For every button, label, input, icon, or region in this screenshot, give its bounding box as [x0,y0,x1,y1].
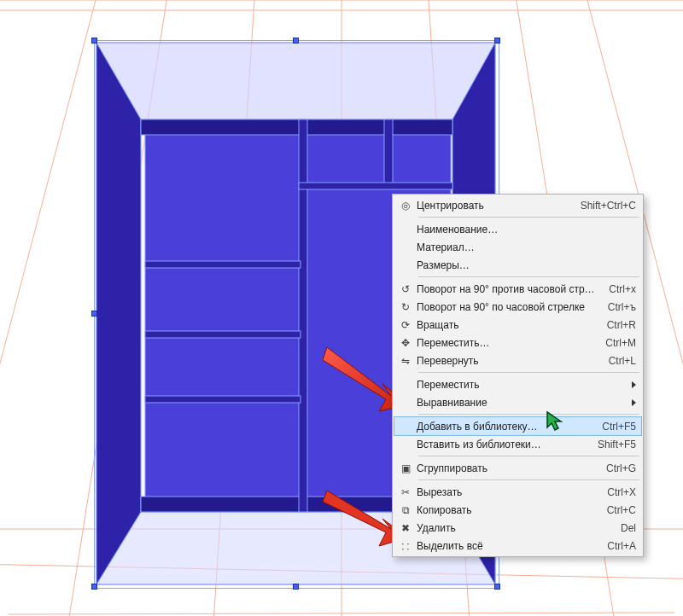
svg-rect-21 [384,119,393,188]
menu-item[interactable]: ⧉КопироватьCtrl+C [394,501,641,519]
rotate-icon: ⟳ [394,319,417,331]
menu-item-label: Удалить [417,522,610,534]
menu-item-shortcut: Ctrl+x [609,283,636,295]
menu-item-label: Вставить из библиотеки… [417,439,587,450]
copy-icon: ⧉ [394,504,417,516]
menu-item-shortcut: Shift+F5 [598,439,636,450]
menu-item-label: Выравнивание [417,397,625,409]
menu-item-shortcut: Ctrl+ъ [608,301,636,313]
selection-handle[interactable] [494,38,500,44]
select-all-icon: ⸬ [394,540,417,552]
context-menu[interactable]: ◎ЦентрироватьShift+Ctrl+CНаименование…Ма… [392,194,644,557]
menu-separator [418,456,639,456]
menu-separator [418,414,639,415]
menu-item-shortcut: Ctrl+F5 [602,421,636,433]
menu-item-shortcut: Ctrl+L [609,355,636,367]
menu-separator [418,479,639,480]
svg-rect-22 [299,183,452,189]
menu-item[interactable]: ▣СгруппироватьCtrl+G [394,459,641,477]
rotate-cw-icon: ↻ [394,301,417,313]
group-icon: ▣ [394,462,417,474]
svg-marker-18 [141,119,452,135]
menu-item[interactable]: Размеры… [394,256,641,274]
svg-rect-24 [145,331,301,338]
menu-item-shortcut: Ctrl+M [605,337,636,349]
svg-rect-25 [145,396,301,403]
menu-item-label: Перевернуть [417,355,598,367]
svg-marker-13 [96,43,495,119]
menu-item[interactable]: Материал… [394,238,641,256]
flip-icon: ⇋ [394,355,417,367]
menu-item-label: Вырезать [417,486,597,498]
menu-item[interactable]: ✥Переместить…Ctrl+M [394,334,641,352]
menu-item[interactable]: ✂ВырезатьCtrl+X [394,483,641,501]
move-icon: ✥ [394,337,417,349]
menu-item-shortcut: Ctrl+X [607,486,636,498]
menu-item[interactable]: ⇋ПеревернутьCtrl+L [394,352,641,369]
svg-line-2 [0,0,102,616]
menu-item-label: Сгруппировать [417,462,596,474]
menu-item-label: Переместить [417,379,625,391]
menu-item-label: Поворот на 90° по часовой стрелке [417,301,598,313]
selection-handle[interactable] [293,584,299,590]
menu-item[interactable]: Добавить в библиотеку…Ctrl+F5 [394,416,642,436]
menu-item-shortcut: Shift+Ctrl+C [581,200,636,212]
menu-item[interactable]: Вставить из библиотеки…Shift+F5 [394,435,641,453]
menu-item-label: Добавить в библиотеку… [417,421,592,433]
svg-rect-23 [145,261,301,268]
menu-item-label: Копировать [417,504,597,516]
menu-item-label: Выделить всё [417,540,597,552]
menu-item[interactable]: Переместить [394,375,641,393]
menu-item-shortcut: Ctrl+C [607,504,636,516]
cut-icon: ✂ [394,486,417,498]
menu-item-label: Переместить… [417,337,595,349]
menu-separator [418,372,639,373]
menu-separator [418,217,639,218]
menu-item[interactable]: ◎ЦентрироватьShift+Ctrl+C [394,196,641,214]
menu-item[interactable]: ⸬Выделить всёCtrl+A [394,537,641,555]
selection-handle[interactable] [91,38,97,44]
submenu-arrow-icon [632,381,636,388]
menu-item-label: Размеры… [417,259,636,271]
menu-item-label: Вращать [417,319,597,331]
svg-rect-20 [299,119,307,512]
menu-item[interactable]: Наименование… [394,220,641,238]
selection-handle[interactable] [293,38,299,44]
selection-handle[interactable] [91,584,97,590]
menu-item-label: Материал… [417,241,636,253]
selection-handle[interactable] [91,311,97,317]
menu-item[interactable]: ⟳ВращатьCtrl+R [394,316,641,334]
submenu-arrow-icon [632,399,636,406]
menu-item-shortcut: Ctrl+G [606,462,636,474]
menu-item-label: Поворот на 90° против часовой стрелки [417,283,598,295]
delete-icon: ✖ [394,522,417,534]
svg-marker-16 [96,43,141,584]
menu-item-label: Наименование… [417,224,636,235]
menu-item[interactable]: ↺Поворот на 90° против часовой стрелкиCt… [394,280,641,298]
menu-item[interactable]: Выравнивание [394,393,641,411]
menu-item[interactable]: ↻Поворот на 90° по часовой стрелкеCtrl+ъ [394,298,641,316]
menu-item-shortcut: Del [621,522,636,534]
menu-separator [418,276,639,277]
center-icon: ◎ [394,200,417,212]
rotate-ccw-icon: ↺ [394,283,417,295]
menu-item-shortcut: Ctrl+A [607,540,636,552]
menu-item-label: Центрировать [417,200,570,212]
menu-item-shortcut: Ctrl+R [607,319,636,331]
menu-item[interactable]: ✖УдалитьDel [394,519,641,537]
selection-handle[interactable] [494,584,500,590]
